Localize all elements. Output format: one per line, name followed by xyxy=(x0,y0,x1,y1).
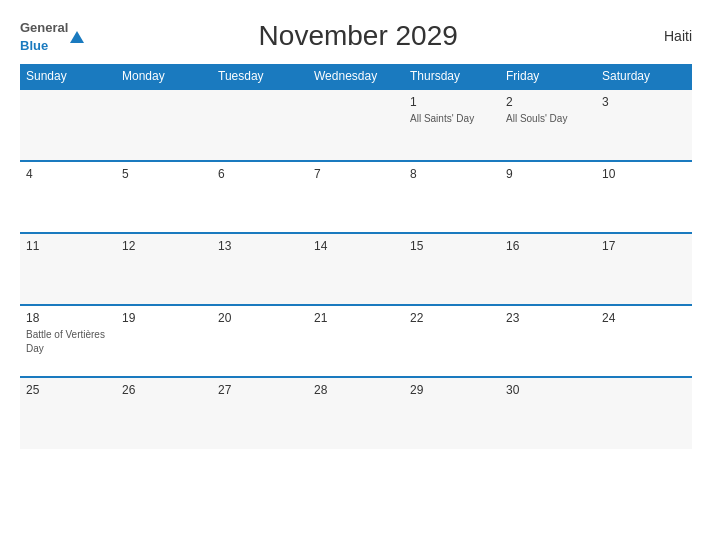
calendar-cell: 28 xyxy=(308,377,404,449)
day-number: 8 xyxy=(410,167,494,181)
calendar-cell: 5 xyxy=(116,161,212,233)
day-number: 2 xyxy=(506,95,590,109)
day-number: 27 xyxy=(218,383,302,397)
calendar-cell: 9 xyxy=(500,161,596,233)
day-event: All Saints' Day xyxy=(410,113,474,124)
day-number: 7 xyxy=(314,167,398,181)
day-number: 10 xyxy=(602,167,686,181)
calendar-cell: 16 xyxy=(500,233,596,305)
day-number: 25 xyxy=(26,383,110,397)
calendar-cell: 1All Saints' Day xyxy=(404,89,500,161)
calendar-table: Sunday Monday Tuesday Wednesday Thursday… xyxy=(20,64,692,449)
calendar-cell: 11 xyxy=(20,233,116,305)
calendar-cell xyxy=(20,89,116,161)
calendar-page: General Blue November 2029 Haiti Sunday … xyxy=(0,0,712,550)
day-number: 16 xyxy=(506,239,590,253)
logo: General Blue xyxy=(20,18,84,54)
calendar-header: Sunday Monday Tuesday Wednesday Thursday… xyxy=(20,64,692,89)
day-number: 14 xyxy=(314,239,398,253)
day-number: 3 xyxy=(602,95,686,109)
day-number: 26 xyxy=(122,383,206,397)
col-sunday: Sunday xyxy=(20,64,116,89)
calendar-cell: 4 xyxy=(20,161,116,233)
day-number: 15 xyxy=(410,239,494,253)
calendar-title: November 2029 xyxy=(84,20,632,52)
day-event: All Souls' Day xyxy=(506,113,567,124)
calendar-cell: 23 xyxy=(500,305,596,377)
col-monday: Monday xyxy=(116,64,212,89)
weekday-header-row: Sunday Monday Tuesday Wednesday Thursday… xyxy=(20,64,692,89)
calendar-cell xyxy=(596,377,692,449)
calendar-cell: 7 xyxy=(308,161,404,233)
calendar-week-row: 252627282930 xyxy=(20,377,692,449)
calendar-cell: 20 xyxy=(212,305,308,377)
day-number: 29 xyxy=(410,383,494,397)
calendar-cell: 12 xyxy=(116,233,212,305)
day-number: 23 xyxy=(506,311,590,325)
calendar-week-row: 45678910 xyxy=(20,161,692,233)
calendar-cell xyxy=(116,89,212,161)
calendar-cell: 24 xyxy=(596,305,692,377)
day-number: 12 xyxy=(122,239,206,253)
day-number: 17 xyxy=(602,239,686,253)
calendar-cell: 3 xyxy=(596,89,692,161)
calendar-cell: 22 xyxy=(404,305,500,377)
col-saturday: Saturday xyxy=(596,64,692,89)
calendar-cell: 19 xyxy=(116,305,212,377)
day-number: 5 xyxy=(122,167,206,181)
col-tuesday: Tuesday xyxy=(212,64,308,89)
calendar-cell: 14 xyxy=(308,233,404,305)
day-number: 28 xyxy=(314,383,398,397)
calendar-cell xyxy=(212,89,308,161)
calendar-cell: 21 xyxy=(308,305,404,377)
day-number: 9 xyxy=(506,167,590,181)
calendar-week-row: 11121314151617 xyxy=(20,233,692,305)
calendar-cell: 6 xyxy=(212,161,308,233)
day-number: 13 xyxy=(218,239,302,253)
day-number: 21 xyxy=(314,311,398,325)
col-thursday: Thursday xyxy=(404,64,500,89)
calendar-cell: 17 xyxy=(596,233,692,305)
day-number: 24 xyxy=(602,311,686,325)
calendar-week-row: 18Battle of Vertières Day192021222324 xyxy=(20,305,692,377)
calendar-week-row: 1All Saints' Day2All Souls' Day3 xyxy=(20,89,692,161)
country-label: Haiti xyxy=(632,28,692,44)
header: General Blue November 2029 Haiti xyxy=(20,18,692,54)
calendar-cell: 8 xyxy=(404,161,500,233)
calendar-body: 1All Saints' Day2All Souls' Day345678910… xyxy=(20,89,692,449)
day-number: 22 xyxy=(410,311,494,325)
col-wednesday: Wednesday xyxy=(308,64,404,89)
calendar-cell: 27 xyxy=(212,377,308,449)
day-number: 4 xyxy=(26,167,110,181)
day-number: 6 xyxy=(218,167,302,181)
day-number: 18 xyxy=(26,311,110,325)
day-event: Battle of Vertières Day xyxy=(26,329,105,354)
logo-general: General xyxy=(20,20,68,35)
col-friday: Friday xyxy=(500,64,596,89)
day-number: 19 xyxy=(122,311,206,325)
day-number: 11 xyxy=(26,239,110,253)
calendar-cell: 13 xyxy=(212,233,308,305)
logo-triangle-icon xyxy=(70,31,84,43)
calendar-cell: 18Battle of Vertières Day xyxy=(20,305,116,377)
calendar-cell xyxy=(308,89,404,161)
day-number: 20 xyxy=(218,311,302,325)
calendar-cell: 25 xyxy=(20,377,116,449)
day-number: 1 xyxy=(410,95,494,109)
day-number: 30 xyxy=(506,383,590,397)
logo-blue: Blue xyxy=(20,38,48,53)
calendar-cell: 10 xyxy=(596,161,692,233)
calendar-cell: 15 xyxy=(404,233,500,305)
calendar-cell: 2All Souls' Day xyxy=(500,89,596,161)
calendar-cell: 29 xyxy=(404,377,500,449)
calendar-cell: 26 xyxy=(116,377,212,449)
calendar-cell: 30 xyxy=(500,377,596,449)
